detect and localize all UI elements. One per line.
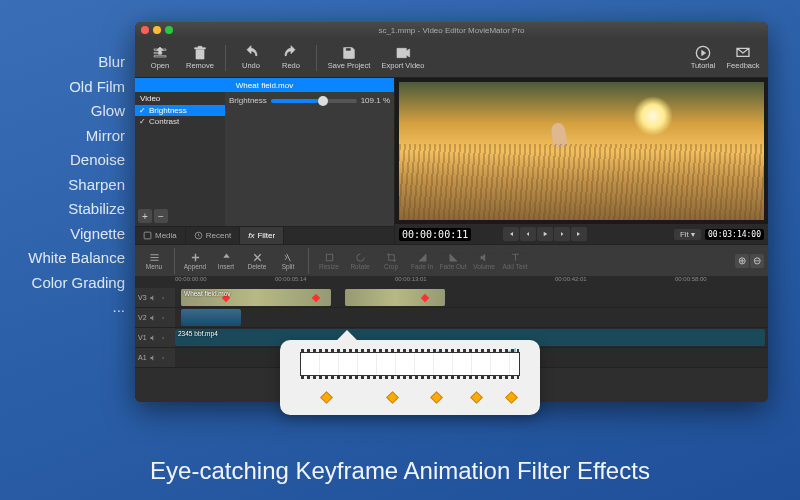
promo-filter-list: BlurOld FilmGlowMirrorDenoiseSharpenStab… <box>20 50 125 320</box>
svg-rect-1 <box>144 232 151 239</box>
svg-rect-3 <box>326 254 332 260</box>
clip-wheat-field-2[interactable] <box>345 289 445 306</box>
filter-item-contrast[interactable]: ✓Contrast <box>135 116 225 127</box>
main-toolbar: Open Remove Undo Redo Save Project Expor… <box>135 38 768 78</box>
fullscreen-window-button[interactable] <box>165 26 173 34</box>
zoom-fit-dropdown[interactable]: Fit ▾ <box>674 229 701 240</box>
eye-icon[interactable] <box>159 334 167 342</box>
filter-clip-name: Wheat field.mov <box>135 78 394 92</box>
fadeout-button[interactable]: Fade Out <box>438 246 468 276</box>
track-v3: V3 Wheat field.mov <box>135 288 768 308</box>
tab-media[interactable]: Media <box>135 227 186 244</box>
export-video-button[interactable]: Export Video <box>377 40 429 76</box>
window-title: sc_1.mmp - Video Editor MovieMator Pro <box>135 26 768 35</box>
remove-filter-button[interactable]: − <box>154 209 168 223</box>
goto-end-button[interactable] <box>571 227 587 241</box>
promo-tagline: Eye-catching Keyframe Animation Filter E… <box>0 457 800 485</box>
prop-value: 109.1 % <box>361 96 390 105</box>
current-timecode: 00:00:00:11 <box>399 228 471 241</box>
timeline-menu-button[interactable]: Menu <box>139 246 169 276</box>
zoom-out-button[interactable]: ⊖ <box>750 254 764 268</box>
preview-panel: 00:00:00:11 Fit ▾ 00:03:14:00 <box>395 78 768 244</box>
redo-button[interactable]: Redo <box>272 40 310 76</box>
filter-item-brightness[interactable]: ✓Brightness <box>135 105 225 116</box>
clip-wheat-field[interactable]: Wheat field.mov <box>181 289 331 306</box>
undo-button[interactable]: Undo <box>232 40 270 76</box>
prev-frame-button[interactable] <box>520 227 536 241</box>
filter-panel: Wheat field.mov Video ✓Brightness ✓Contr… <box>135 78 395 244</box>
save-project-button[interactable]: Save Project <box>323 40 375 76</box>
svg-point-5 <box>162 297 163 298</box>
zoom-in-button[interactable]: ⊕ <box>735 254 749 268</box>
video-preview[interactable] <box>399 82 764 220</box>
brightness-slider[interactable] <box>271 99 357 103</box>
eye-icon[interactable] <box>159 354 167 362</box>
timeline: 00:00:00:00 00:00:05:14 00:00:13:01 00:0… <box>135 276 768 402</box>
remove-button[interactable]: Remove <box>181 40 219 76</box>
eye-icon[interactable] <box>159 314 167 322</box>
app-window: sc_1.mmp - Video Editor MovieMator Pro O… <box>135 22 768 402</box>
mute-icon[interactable] <box>149 334 157 342</box>
duration-timecode: 00:03:14:00 <box>705 229 764 240</box>
tab-filter[interactable]: fxFilter <box>240 227 284 244</box>
fadein-button[interactable]: Fade In <box>407 246 437 276</box>
mute-icon[interactable] <box>149 294 157 302</box>
addtext-button[interactable]: Add Text <box>500 246 530 276</box>
prop-label: Brightness <box>229 96 267 105</box>
crop-button[interactable]: Crop <box>376 246 406 276</box>
panel-tabs: Media Recent fxFilter <box>135 226 394 244</box>
append-button[interactable]: Append <box>180 246 210 276</box>
insert-button[interactable]: Insert <box>211 246 241 276</box>
time-ruler[interactable]: 00:00:00:00 00:00:05:14 00:00:13:01 00:0… <box>135 276 768 288</box>
close-window-button[interactable] <box>141 26 149 34</box>
delete-button[interactable]: Delete <box>242 246 272 276</box>
resize-button[interactable]: Resize <box>314 246 344 276</box>
mute-icon[interactable] <box>149 354 157 362</box>
tab-recent[interactable]: Recent <box>186 227 240 244</box>
split-button[interactable]: Split <box>273 246 303 276</box>
next-frame-button[interactable] <box>554 227 570 241</box>
goto-start-button[interactable] <box>503 227 519 241</box>
check-icon: ✓ <box>139 106 146 115</box>
rotate-button[interactable]: Rotate <box>345 246 375 276</box>
clip-v2[interactable] <box>181 309 241 326</box>
feedback-button[interactable]: Feedback <box>724 40 762 76</box>
open-button[interactable]: Open <box>141 40 179 76</box>
svg-point-11 <box>162 357 163 358</box>
check-icon: ✓ <box>139 117 146 126</box>
clip-main[interactable]: 2345 bbf.mp4 <box>175 329 765 346</box>
svg-point-7 <box>162 317 163 318</box>
filter-category-video: Video <box>135 92 225 105</box>
track-v2: V2 <box>135 308 768 328</box>
track-v1: V1 2345 bbf.mp4 <box>135 328 768 348</box>
volume-button[interactable]: Volume <box>469 246 499 276</box>
minimize-window-button[interactable] <box>153 26 161 34</box>
eye-icon[interactable] <box>159 294 167 302</box>
timeline-toolbar: Menu Append Insert Delete Split Resize R… <box>135 244 768 276</box>
track-a1: A1 <box>135 348 768 368</box>
play-button[interactable] <box>537 227 553 241</box>
add-filter-button[interactable]: + <box>138 209 152 223</box>
mute-icon[interactable] <box>149 314 157 322</box>
tutorial-button[interactable]: Tutorial <box>684 40 722 76</box>
titlebar: sc_1.mmp - Video Editor MovieMator Pro <box>135 22 768 38</box>
svg-point-9 <box>162 337 163 338</box>
